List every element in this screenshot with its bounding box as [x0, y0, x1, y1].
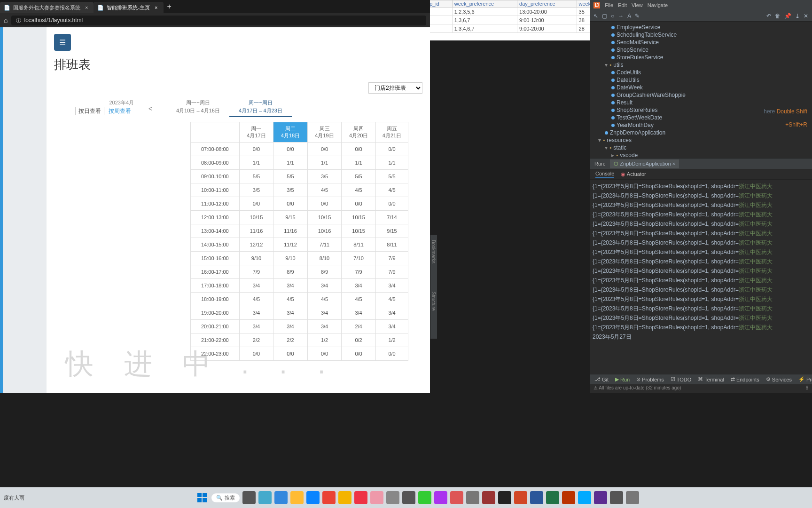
schedule-cell[interactable]: 0/0	[239, 143, 273, 156]
menu-view[interactable]: View	[632, 2, 643, 8]
schedule-cell[interactable]: 0/0	[273, 197, 308, 211]
grid-cell[interactable]: 9:00-13:00	[517, 16, 577, 24]
pin-icon[interactable]: 📌	[784, 13, 791, 19]
hamburger-button[interactable]: ☰	[54, 34, 71, 51]
schedule-cell[interactable]: 3/4	[273, 320, 308, 333]
schedule-cell[interactable]: 9/15	[375, 224, 408, 238]
schedule-cell[interactable]: 8/11	[342, 238, 376, 252]
toolwindow-prof[interactable]: ⚡ Prof	[798, 376, 812, 382]
weekly-view-button[interactable]: 按周查看	[106, 107, 134, 115]
store-select[interactable]: 门店2排班表	[368, 82, 422, 94]
close-icon[interactable]: ×	[153, 5, 159, 10]
tree-item[interactable]: SendMailService	[598, 39, 812, 46]
day-header[interactable]: 周三4月19日	[307, 122, 342, 143]
tree-item[interactable]: Result	[598, 99, 812, 106]
text-icon[interactable]: A	[627, 13, 631, 19]
week-range-current[interactable]: 周一~周日 4月17日 – 4月23日	[229, 99, 292, 117]
schedule-cell[interactable]: 3/4	[239, 279, 273, 293]
schedule-cell[interactable]: 7/9	[239, 265, 273, 279]
schedule-cell[interactable]: 11/16	[273, 224, 308, 238]
schedule-cell[interactable]: 1/2	[375, 333, 408, 347]
schedule-cell[interactable]: 3/4	[273, 306, 308, 320]
tree-item[interactable]: GroupCashierWareShoppie	[598, 91, 812, 99]
taskbar-excel-icon[interactable]	[514, 491, 527, 504]
schedule-cell[interactable]: 1/1	[307, 156, 342, 170]
schedule-cell[interactable]: 3/4	[239, 306, 273, 320]
schedule-cell[interactable]: 0/2	[342, 333, 376, 347]
schedule-cell[interactable]: 2/4	[342, 320, 376, 333]
day-header[interactable]: 周四4月20日	[342, 122, 376, 143]
tree-item[interactable]: ▾ ▪ static	[598, 144, 812, 151]
menu-file[interactable]: File	[605, 2, 613, 8]
start-button[interactable]	[195, 491, 209, 504]
structure-tab[interactable]: Structure	[431, 292, 436, 311]
schedule-cell[interactable]: 0/0	[342, 143, 376, 156]
schedule-cell[interactable]: 4/5	[307, 293, 342, 306]
schedule-cell[interactable]: 4/5	[342, 293, 376, 306]
taskbar-ai-icon[interactable]	[418, 491, 431, 504]
day-header[interactable]: 周二4月18日	[273, 122, 308, 143]
schedule-cell[interactable]: 7/10	[342, 252, 376, 265]
week-range-prev[interactable]: 周一~周日 4月10日 – 4月16日	[167, 99, 229, 114]
square-icon[interactable]: ▢	[602, 13, 607, 19]
taskbar-search[interactable]: 🔍搜索	[211, 493, 240, 502]
schedule-cell[interactable]: 3/5	[239, 183, 273, 197]
tree-item[interactable]: ZnpbDemoApplication	[598, 129, 812, 136]
taskbar-im-icon[interactable]	[322, 491, 336, 504]
taskbar-qq-icon[interactable]	[402, 491, 415, 504]
toolwindow-run[interactable]: ▶ Run	[615, 376, 630, 382]
actuator-tab[interactable]: ◉ Actuator	[621, 171, 646, 177]
schedule-cell[interactable]: 0/0	[342, 347, 376, 361]
schedule-cell[interactable]: 5/5	[342, 170, 376, 183]
schedule-cell[interactable]: 9/10	[273, 252, 308, 265]
tree-item[interactable]: DateWeek	[598, 84, 812, 91]
arrow-icon[interactable]: →	[618, 13, 624, 19]
schedule-cell[interactable]: 0/0	[342, 197, 376, 211]
grid-cell[interactable]: 13:00-20:00	[517, 8, 577, 16]
pen-icon[interactable]: ✎	[635, 13, 640, 19]
schedule-cell[interactable]: 3/4	[375, 306, 408, 320]
console-tab[interactable]: Console	[595, 171, 614, 178]
taskbar-pdf-icon[interactable]	[530, 491, 543, 504]
schedule-cell[interactable]: 3/4	[375, 279, 408, 293]
trash-icon[interactable]: 🗑	[775, 13, 781, 19]
schedule-cell[interactable]: 3/4	[342, 279, 376, 293]
taskbar-folder-icon[interactable]	[306, 491, 320, 504]
schedule-cell[interactable]: 4/5	[342, 183, 376, 197]
save-icon[interactable]: ⤓	[795, 13, 800, 19]
weather-widget[interactable]: 度有大雨	[4, 494, 24, 501]
schedule-cell[interactable]: 4/5	[375, 293, 408, 306]
taskbar-down-icon[interactable]	[562, 491, 575, 504]
schedule-cell[interactable]: 8/10	[307, 252, 342, 265]
schedule-cell[interactable]: 5/5	[273, 170, 308, 183]
schedule-cell[interactable]: 10/15	[239, 211, 273, 224]
close-icon[interactable]: ×	[672, 161, 675, 167]
browser-tab-1[interactable]: 📄 智能排班系统-主页 ×	[94, 2, 163, 13]
schedule-cell[interactable]: 9/10	[239, 252, 273, 265]
schedule-cell[interactable]: 7/9	[342, 265, 376, 279]
undo-icon[interactable]: ↶	[766, 13, 771, 19]
new-tab-button[interactable]: +	[164, 2, 175, 11]
schedule-cell[interactable]: 3/4	[342, 306, 376, 320]
schedule-cell[interactable]: 10/15	[342, 211, 376, 224]
home-icon[interactable]: ⌂	[4, 16, 8, 24]
taskbar-net-icon[interactable]	[578, 491, 591, 504]
schedule-cell[interactable]: 3/4	[375, 320, 408, 333]
taskbar-word-icon[interactable]	[498, 491, 511, 504]
schedule-cell[interactable]: 8/11	[375, 238, 408, 252]
schedule-cell[interactable]: 1/1	[239, 156, 273, 170]
schedule-cell[interactable]: 3/4	[239, 320, 273, 333]
menu-edit[interactable]: Edit	[618, 2, 627, 8]
taskbar-mail-icon[interactable]	[546, 491, 559, 504]
taskbar-music-icon[interactable]	[338, 491, 351, 504]
tree-item[interactable]: ▸ ▪ vscode	[598, 151, 812, 158]
schedule-cell[interactable]: 0/0	[375, 143, 408, 156]
schedule-cell[interactable]: 0/0	[307, 143, 342, 156]
bookmarks-tab[interactable]: Bookmarks	[431, 240, 436, 263]
taskbar-explorer-icon[interactable]	[242, 491, 256, 504]
tree-item[interactable]: StoreRulesService	[598, 54, 812, 61]
tree-item[interactable]: TestGetWeekDate	[598, 114, 812, 121]
schedule-cell[interactable]: 3/5	[273, 183, 308, 197]
schedule-cell[interactable]: 0/0	[239, 197, 273, 211]
schedule-cell[interactable]: 0/0	[375, 347, 408, 361]
